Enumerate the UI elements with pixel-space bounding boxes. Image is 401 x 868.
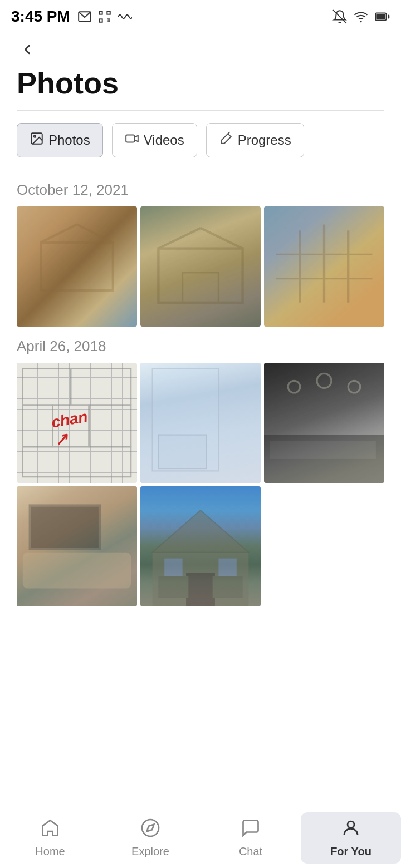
- tab-videos[interactable]: Videos: [112, 123, 197, 157]
- nav-home[interactable]: Home: [0, 812, 100, 864]
- photo-apr-5[interactable]: [140, 486, 261, 606]
- svg-rect-41: [23, 553, 131, 589]
- svg-rect-33: [23, 447, 131, 477]
- focus-icon: [97, 9, 113, 24]
- status-time: 3:45 PM: [11, 8, 70, 26]
- tab-progress[interactable]: Progress: [206, 123, 304, 157]
- tab-progress-label: Progress: [238, 132, 291, 148]
- svg-point-38: [288, 381, 300, 393]
- back-button[interactable]: [17, 39, 38, 60]
- svg-rect-2: [107, 11, 110, 14]
- svg-rect-46: [164, 559, 182, 576]
- svg-rect-3: [99, 19, 102, 22]
- photo-oct-3[interactable]: [264, 206, 384, 327]
- tab-videos-label: Videos: [144, 132, 184, 148]
- status-left: 3:45 PM: [11, 8, 133, 26]
- nav-explore[interactable]: Explore: [100, 812, 200, 864]
- bottom-nav: Home Explore Chat For You: [0, 807, 401, 868]
- svg-line-7: [333, 10, 346, 23]
- nav-for-you[interactable]: For You: [301, 812, 401, 864]
- section-date-1: October 12, 2021: [17, 181, 384, 199]
- svg-rect-28: [23, 369, 71, 405]
- person-icon: [341, 818, 361, 842]
- blueprint-change-label: chan↗: [50, 408, 92, 450]
- svg-rect-37: [270, 441, 376, 458]
- nav-explore-label: Explore: [131, 845, 169, 858]
- status-right-icons: [332, 9, 390, 24]
- status-left-icons: [77, 9, 133, 24]
- svg-rect-14: [126, 135, 134, 142]
- photo-apr-4[interactable]: [17, 486, 137, 606]
- svg-point-13: [34, 136, 36, 137]
- svg-line-17: [41, 224, 77, 242]
- svg-rect-1: [99, 11, 102, 14]
- chat-icon: [241, 818, 261, 842]
- status-bar: 3:45 PM: [0, 0, 401, 33]
- header: Photos: [0, 33, 401, 111]
- svg-point-51: [142, 820, 159, 836]
- wifi-icon: [353, 9, 369, 24]
- svg-rect-16: [41, 243, 113, 290]
- svg-rect-50: [213, 576, 243, 598]
- photo-oct-1[interactable]: [17, 206, 137, 327]
- svg-line-20: [158, 228, 200, 249]
- svg-point-40: [348, 381, 360, 393]
- photo-grid-1: [17, 206, 384, 327]
- photo-apr-6: [264, 486, 384, 606]
- nav-for-you-label: For You: [330, 845, 371, 858]
- svg-point-39: [317, 373, 331, 388]
- svg-rect-11: [376, 14, 385, 19]
- svg-rect-22: [183, 273, 219, 303]
- svg-rect-49: [158, 576, 188, 598]
- video-icon: [125, 131, 139, 149]
- explore-icon: [140, 818, 160, 842]
- svg-marker-52: [147, 824, 154, 831]
- photo-apr-3[interactable]: [264, 363, 384, 483]
- svg-rect-47: [218, 559, 236, 576]
- section-date-2: April 26, 2018: [17, 338, 384, 355]
- image-icon: [30, 131, 44, 149]
- svg-rect-48: [186, 573, 215, 606]
- tabs-divider: [0, 170, 401, 170]
- svg-line-15: [228, 132, 229, 134]
- battery-icon: [374, 9, 390, 24]
- hammer-icon: [219, 131, 233, 149]
- svg-point-53: [348, 821, 354, 828]
- home-icon: [40, 818, 60, 842]
- photo-apr-2[interactable]: [140, 363, 261, 483]
- mail-icon: [77, 9, 92, 24]
- nav-chat-label: Chat: [239, 845, 262, 858]
- svg-line-18: [77, 224, 113, 242]
- nav-chat[interactable]: Chat: [200, 812, 301, 864]
- wave-icon: [117, 9, 133, 24]
- svg-rect-19: [158, 249, 242, 303]
- tab-photos-label: Photos: [48, 132, 90, 148]
- page-title: Photos: [17, 66, 384, 100]
- photos-content: October 12, 2021: [0, 181, 401, 606]
- svg-line-21: [200, 228, 243, 249]
- nav-home-label: Home: [35, 845, 65, 858]
- photo-grid-2: chan↗: [17, 363, 384, 606]
- notification-off-icon: [332, 9, 348, 24]
- svg-rect-35: [158, 435, 206, 468]
- photo-apr-1[interactable]: chan↗: [17, 363, 137, 483]
- tab-photos[interactable]: Photos: [17, 123, 103, 157]
- svg-rect-32: [89, 405, 131, 447]
- svg-rect-30: [23, 405, 53, 447]
- tabs-bar: Photos Videos Progress: [0, 111, 401, 170]
- svg-rect-29: [71, 369, 131, 405]
- photo-oct-2[interactable]: [140, 206, 261, 327]
- svg-marker-44: [153, 510, 249, 553]
- svg-rect-43: [31, 507, 99, 548]
